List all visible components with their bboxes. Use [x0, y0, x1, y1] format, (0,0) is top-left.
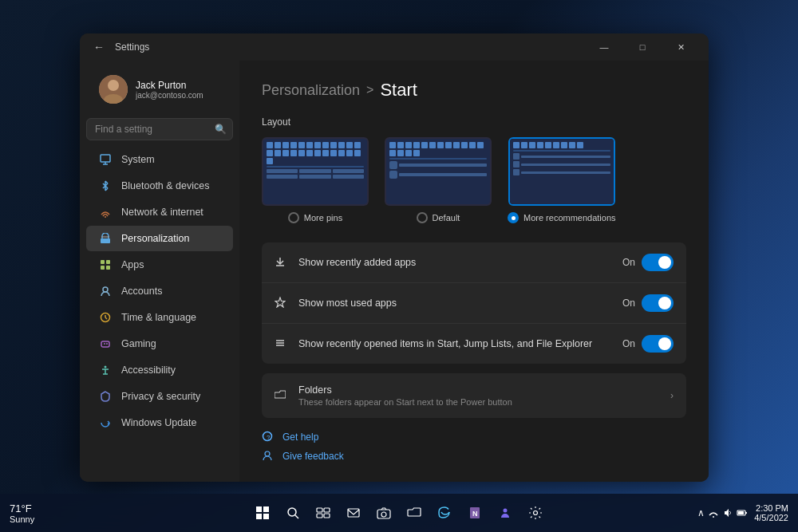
- minimize-button[interactable]: —: [586, 35, 622, 59]
- radio-circle-more-pins: [288, 212, 299, 223]
- sidebar-item-gaming[interactable]: Gaming: [86, 331, 233, 357]
- svg-rect-33: [263, 514, 269, 519]
- time-icon: [99, 311, 112, 324]
- layout-option-more-recommendations[interactable]: More recommendations: [508, 137, 616, 223]
- start-button[interactable]: [250, 500, 275, 526]
- radio-more-recommendations[interactable]: More recommendations: [508, 212, 616, 223]
- search-icon: 🔍: [215, 124, 227, 135]
- layout-preview-more-pins: [262, 137, 369, 206]
- svg-text:N: N: [472, 510, 478, 518]
- update-icon: [99, 416, 112, 429]
- taskbar-center: N: [250, 500, 548, 526]
- recently-added-text: Show recently added apps: [298, 257, 622, 268]
- chevron-up-icon[interactable]: ∧: [697, 507, 705, 518]
- folders-section: Folders These folders appear on Start ne…: [262, 373, 686, 418]
- search-button[interactable]: [280, 500, 306, 526]
- settings-taskbar-button[interactable]: [523, 500, 548, 526]
- folders-row[interactable]: Folders These folders appear on Start ne…: [262, 373, 686, 418]
- recently-opened-toggle[interactable]: [642, 335, 674, 353]
- teams-button[interactable]: [492, 500, 518, 526]
- svg-line-16: [105, 317, 107, 319]
- most-used-status: On: [622, 298, 635, 309]
- explorer-button[interactable]: [401, 500, 427, 526]
- sidebar-item-time[interactable]: Time & language: [86, 305, 233, 330]
- svg-point-46: [534, 511, 538, 515]
- mail-button[interactable]: [341, 500, 366, 526]
- close-button[interactable]: ✕: [662, 35, 699, 59]
- personalization-icon: [99, 232, 112, 245]
- back-button[interactable]: ←: [89, 37, 109, 57]
- most-used-text: Show most used apps: [298, 298, 622, 309]
- apps-icon: [99, 258, 112, 271]
- main-content: Personalization > Start Layout: [239, 61, 709, 482]
- accounts-icon: [99, 285, 112, 298]
- onenote-button[interactable]: N: [462, 500, 488, 526]
- search-input[interactable]: [86, 118, 233, 140]
- layout-option-default[interactable]: Default: [385, 137, 492, 223]
- taskbar-clock[interactable]: 2:30 PM 4/5/2022: [754, 503, 788, 522]
- title-bar: ← Settings — □ ✕: [80, 33, 709, 61]
- svg-point-45: [504, 509, 508, 513]
- taskbar: 71°F Sunny: [0, 494, 798, 532]
- toggle-row-recently-opened: Show recently opened items in Start, Jum…: [262, 324, 686, 364]
- svg-point-20: [106, 343, 108, 345]
- user-profile[interactable]: Jack Purton jack@contoso.com: [86, 67, 233, 112]
- svg-rect-38: [317, 514, 322, 518]
- layout-preview-default: [385, 137, 492, 206]
- give-feedback-link[interactable]: Give feedback: [262, 450, 686, 463]
- svg-rect-32: [256, 514, 262, 519]
- svg-rect-11: [101, 266, 105, 270]
- get-help-link[interactable]: ? Get help: [262, 431, 686, 443]
- sidebar-item-bluetooth[interactable]: Bluetooth & devices: [86, 173, 233, 199]
- folders-text: Folders These folders appear on Start ne…: [298, 384, 664, 407]
- settings-window: ← Settings — □ ✕: [80, 33, 709, 482]
- svg-rect-49: [745, 512, 747, 514]
- user-info: Jack Purton jack@contoso.com: [136, 80, 203, 100]
- svg-point-13: [103, 287, 108, 292]
- svg-rect-30: [256, 506, 262, 512]
- maximize-button[interactable]: □: [624, 35, 661, 59]
- recently-opened-label: Show recently opened items in Start, Jum…: [298, 338, 622, 349]
- sidebar-item-apps[interactable]: Apps: [86, 252, 233, 278]
- sidebar-item-accounts[interactable]: Accounts: [86, 278, 233, 304]
- most-used-toggle[interactable]: [642, 294, 674, 312]
- svg-rect-40: [348, 509, 359, 517]
- clock-date: 4/5/2022: [754, 513, 788, 522]
- layout-option-more-pins[interactable]: More pins: [262, 137, 369, 223]
- sidebar-item-network[interactable]: Network & internet: [86, 199, 233, 225]
- camera-button[interactable]: [371, 500, 397, 526]
- sidebar-item-privacy[interactable]: Privacy & security: [86, 384, 233, 409]
- network-icon: [99, 206, 112, 219]
- accessibility-label: Accessibility: [121, 365, 176, 376]
- radio-more-pins[interactable]: More pins: [288, 212, 342, 223]
- avatar: [99, 75, 128, 104]
- svg-point-34: [288, 508, 296, 516]
- personalization-label: Personalization: [121, 233, 189, 244]
- sys-tray-icons: ∧: [697, 507, 748, 518]
- gaming-icon: [99, 337, 112, 350]
- svg-rect-9: [101, 260, 105, 264]
- svg-line-35: [295, 515, 298, 518]
- radio-default[interactable]: Default: [417, 212, 460, 223]
- user-name: Jack Purton: [136, 80, 203, 91]
- apps-label: Apps: [121, 259, 144, 270]
- recently-added-toggle[interactable]: [642, 254, 674, 271]
- weather-condition: Sunny: [10, 514, 34, 524]
- sidebar-item-personalization[interactable]: Personalization: [86, 226, 233, 251]
- sidebar-item-system[interactable]: System: [86, 147, 233, 172]
- sidebar-item-accessibility[interactable]: Accessibility: [86, 357, 233, 383]
- page-header: Personalization > Start: [262, 80, 686, 100]
- edge-button[interactable]: [432, 500, 457, 526]
- weather-temp: 71°F: [10, 502, 34, 514]
- svg-rect-3: [101, 155, 110, 162]
- help-links: ? Get help Give feedback: [262, 431, 686, 463]
- folders-sub: These folders appear on Start next to th…: [298, 397, 664, 407]
- recently-opened-status: On: [622, 338, 635, 349]
- svg-rect-50: [738, 511, 744, 514]
- recently-added-label: Show recently added apps: [298, 257, 622, 268]
- user-email: jack@contoso.com: [136, 91, 203, 100]
- sidebar-item-update[interactable]: Windows Update: [86, 410, 233, 435]
- time-label: Time & language: [121, 312, 196, 323]
- taskview-button[interactable]: [310, 500, 336, 526]
- sidebar: Jack Purton jack@contoso.com 🔍 System: [80, 61, 239, 482]
